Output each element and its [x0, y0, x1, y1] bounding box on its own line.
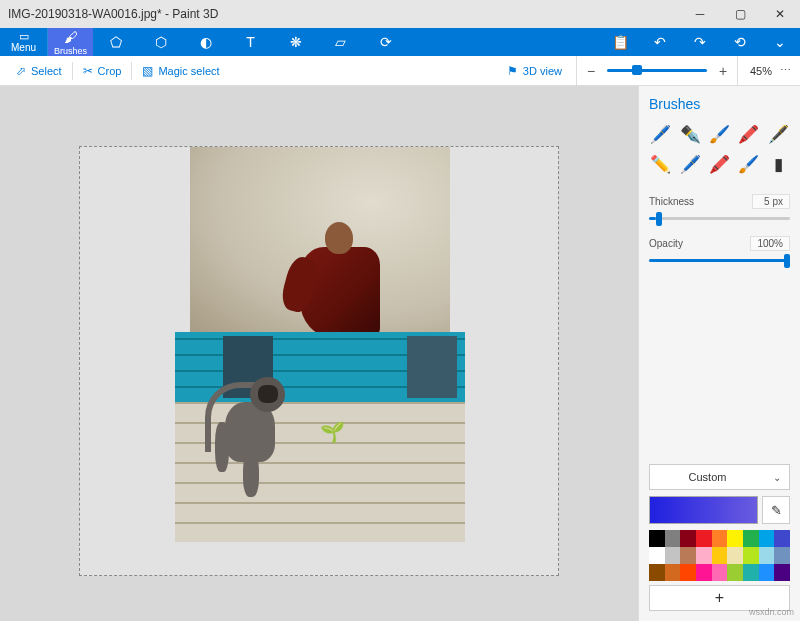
color-swatch-6[interactable] [743, 530, 759, 547]
color-swatch-19[interactable] [665, 564, 681, 581]
stickers-icon: ◐ [200, 34, 212, 50]
plus-icon: + [715, 589, 724, 607]
brush-option-2[interactable]: 🖌️ [708, 122, 731, 146]
maximize-button[interactable]: ▢ [720, 0, 760, 28]
opacity-value[interactable]: 100% [750, 236, 790, 251]
zoom-out-button[interactable]: − [583, 63, 599, 79]
color-swatch-2[interactable] [680, 530, 696, 547]
expand-button[interactable]: ⌄ [760, 28, 800, 56]
brush-option-0[interactable]: 🖊️ [649, 122, 672, 146]
redo-button[interactable]: ↷ [680, 28, 720, 56]
tab-text[interactable]: T [228, 28, 273, 56]
paste-button[interactable]: 📋 [600, 28, 640, 56]
thickness-section: Thickness 5 px [649, 194, 790, 220]
thickness-slider[interactable] [649, 217, 790, 220]
color-swatch-8[interactable] [774, 530, 790, 547]
opacity-section: Opacity 100% [649, 236, 790, 262]
history-icon: ⟲ [734, 34, 746, 50]
color-swatch-5[interactable] [727, 530, 743, 547]
material-dropdown[interactable]: Custom ⌄ [649, 464, 790, 490]
tab-canvas[interactable]: ▱ [318, 28, 363, 56]
canvas-selection[interactable] [79, 146, 559, 576]
color-swatch-26[interactable] [774, 564, 790, 581]
undo-button[interactable]: ↶ [640, 28, 680, 56]
brush-option-7[interactable]: 🖍️ [708, 152, 731, 176]
current-color[interactable] [649, 496, 758, 524]
color-swatch-22[interactable] [712, 564, 728, 581]
magic-label: Magic select [158, 65, 219, 77]
monkey-figure [195, 352, 315, 492]
color-swatch-4[interactable] [712, 530, 728, 547]
text-icon: T [246, 34, 255, 50]
image-bottom[interactable] [175, 332, 465, 542]
color-swatch-3[interactable] [696, 530, 712, 547]
brush-option-8[interactable]: 🖌️ [737, 152, 760, 176]
sub-toolbar: ⬀ Select ✂ Crop ▧ Magic select ⚑ 3D view… [0, 56, 800, 86]
tab-brushes[interactable]: 🖌 Brushes [48, 28, 93, 56]
color-swatch-15[interactable] [743, 547, 759, 564]
ribbon: ▭ Menu 🖌 Brushes ⬠ ⬡ ◐ T ❋ ▱ ⟳ 📋 ↶ ↷ ⟲ ⌄ [0, 28, 800, 56]
close-button[interactable]: ✕ [760, 0, 800, 28]
paste-icon: 📋 [612, 34, 629, 50]
color-swatch-1[interactable] [665, 530, 681, 547]
color-swatch-0[interactable] [649, 530, 665, 547]
color-swatch-23[interactable] [727, 564, 743, 581]
chevron-down-icon: ⌄ [765, 472, 789, 483]
color-swatch-14[interactable] [727, 547, 743, 564]
color-swatch-9[interactable] [649, 547, 665, 564]
more-button[interactable]: ⋯ [780, 64, 792, 77]
chevron-down-icon: ⌄ [774, 34, 786, 50]
brush-option-3[interactable]: 🖍️ [737, 122, 760, 146]
color-swatch-18[interactable] [649, 564, 665, 581]
image-top[interactable] [190, 147, 450, 332]
current-color-row: ✎ [649, 496, 790, 524]
color-swatch-10[interactable] [665, 547, 681, 564]
sidebar: Brushes 🖊️✒️🖌️🖍️🖋️✏️🖊️🖍️🖌️▮ Thickness 5 … [638, 86, 800, 621]
crop-button[interactable]: ✂ Crop [75, 56, 130, 85]
color-swatch-11[interactable] [680, 547, 696, 564]
color-swatch-7[interactable] [759, 530, 775, 547]
watermark: wsxdn.com [749, 607, 794, 617]
brush-option-5[interactable]: ✏️ [649, 152, 672, 176]
minimize-button[interactable]: ─ [680, 0, 720, 28]
zoom-percentage: 45% [750, 65, 772, 77]
tab-library[interactable]: ⟳ [363, 28, 408, 56]
brush-option-9[interactable]: ▮ [767, 152, 790, 176]
brush-option-6[interactable]: 🖊️ [678, 152, 701, 176]
brush-option-1[interactable]: ✒️ [678, 122, 701, 146]
tab-2d[interactable]: ⬠ [93, 28, 138, 56]
redo-icon: ↷ [694, 34, 706, 50]
eyedropper-button[interactable]: ✎ [762, 496, 790, 524]
library-icon: ⟳ [380, 34, 392, 50]
magic-icon: ▧ [142, 64, 153, 78]
zoom-in-button[interactable]: + [715, 63, 731, 79]
history-button[interactable]: ⟲ [720, 28, 760, 56]
menu-button[interactable]: ▭ Menu [0, 28, 48, 56]
color-swatch-13[interactable] [712, 547, 728, 564]
thickness-value[interactable]: 5 px [752, 194, 790, 209]
tab-effects[interactable]: ❋ [273, 28, 318, 56]
color-swatch-20[interactable] [680, 564, 696, 581]
color-swatch-12[interactable] [696, 547, 712, 564]
sidebar-title: Brushes [649, 96, 790, 112]
menu-icon: ▭ [19, 31, 29, 42]
color-swatch-25[interactable] [759, 564, 775, 581]
color-swatch-16[interactable] [759, 547, 775, 564]
canvas-area[interactable] [0, 86, 638, 621]
magic-select-button[interactable]: ▧ Magic select [134, 56, 227, 85]
3d-view-button[interactable]: ⚑ 3D view [499, 56, 570, 85]
select-button[interactable]: ⬀ Select [8, 56, 70, 85]
opacity-slider[interactable] [649, 259, 790, 262]
window-title: IMG-20190318-WA0016.jpg* - Paint 3D [8, 7, 680, 21]
select-label: Select [31, 65, 62, 77]
brush-option-4[interactable]: 🖋️ [767, 122, 790, 146]
tab-3d[interactable]: ⬡ [138, 28, 183, 56]
separator [131, 62, 132, 80]
zoom-slider[interactable] [607, 69, 707, 72]
effects-icon: ❋ [290, 34, 302, 50]
color-swatch-21[interactable] [696, 564, 712, 581]
tab-stickers[interactable]: ◐ [183, 28, 228, 56]
color-swatch-17[interactable] [774, 547, 790, 564]
color-swatch-24[interactable] [743, 564, 759, 581]
menu-label: Menu [11, 42, 36, 53]
